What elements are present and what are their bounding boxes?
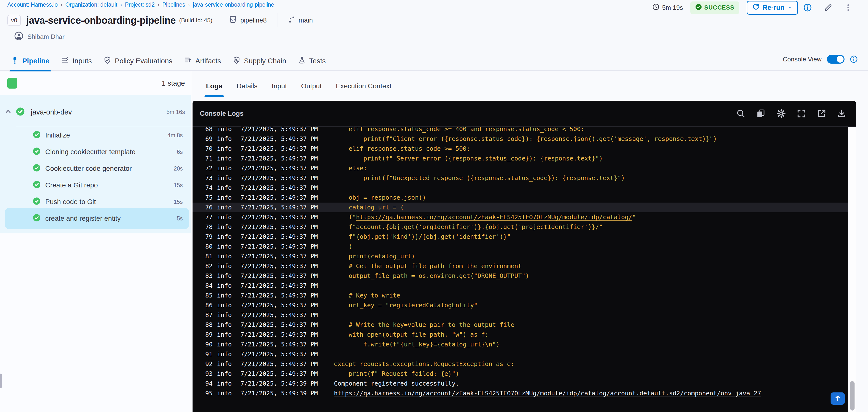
- log-timestamp: 7/21/2025, 5:49:37 PM: [241, 349, 334, 359]
- log-line-number: 74: [205, 183, 217, 193]
- log-line: 70info7/21/2025, 5:49:37 PM elif respons…: [192, 144, 848, 154]
- log-line: 81info7/21/2025, 5:49:37 PM print(catalo…: [192, 252, 848, 261]
- log-line-number: 90: [205, 340, 217, 349]
- log-line: 69info7/21/2025, 5:49:37 PM print(f"Clie…: [192, 134, 848, 144]
- info-icon[interactable]: [803, 3, 812, 12]
- log-message: print(f" Server error ({response.status_…: [334, 154, 848, 163]
- log-level: info: [217, 202, 241, 212]
- log-message: print(catalog_url): [334, 252, 848, 261]
- breadcrumb: Account: Harness.io›Organization: defaul…: [7, 1, 274, 8]
- download-icon[interactable]: [837, 108, 846, 119]
- breadcrumb-link[interactable]: Organization: default: [65, 1, 117, 8]
- search-icon[interactable]: [736, 108, 745, 119]
- success-check-icon: [33, 180, 41, 190]
- log-line: 88info7/21/2025, 5:49:37 PM # Write the …: [192, 320, 848, 330]
- tab-label: Tests: [309, 57, 326, 65]
- tab-inputs[interactable]: Inputs: [61, 56, 92, 66]
- rerun-button[interactable]: Re-run: [747, 1, 798, 15]
- log-line-number: 83: [205, 271, 217, 281]
- step-name: Create a Git repo: [45, 181, 98, 189]
- detail-tab-details[interactable]: Details: [237, 82, 258, 90]
- copy-icon[interactable]: [756, 108, 766, 119]
- sidebar-step[interactable]: Cloning cookiecutter template 6s: [0, 144, 191, 160]
- branch-ref[interactable]: main: [288, 15, 313, 25]
- sidebar-scroll-handle[interactable]: [0, 374, 2, 388]
- fullscreen-icon[interactable]: [797, 108, 806, 119]
- log-line: 80info7/21/2025, 5:49:37 PM ): [192, 242, 848, 252]
- log-link[interactable]: https://qa.harness.io/ng/account/zEaak-F…: [334, 390, 761, 397]
- log-line: 77info7/21/2025, 5:49:37 PM f"https://qa…: [192, 212, 848, 222]
- log-line-number: 68: [205, 127, 217, 134]
- success-check-icon: [33, 147, 41, 157]
- tab-pipeline[interactable]: Pipeline: [11, 56, 50, 66]
- log-text: ): [334, 243, 352, 250]
- stage-duration: 5m 16s: [166, 109, 185, 116]
- log-level: info: [217, 134, 241, 144]
- breadcrumb-link[interactable]: java-service-onboarding-pipeline: [193, 1, 274, 8]
- log-message: print(f"Client error ({response.status_c…: [334, 134, 848, 144]
- detail-tab-input[interactable]: Input: [272, 82, 287, 90]
- detail-tabs: LogsDetailsInputOutputExecution Context: [191, 71, 868, 101]
- log-text: obj = response.json(): [334, 194, 426, 201]
- log-line-number: 84: [205, 281, 217, 291]
- log-text: f.write(f"{url_key}={catalog_url}\n"): [334, 341, 500, 348]
- log-line-number: 76: [205, 202, 217, 212]
- chevron-up-icon[interactable]: [4, 108, 12, 116]
- scroll-to-top-button[interactable]: [831, 392, 845, 405]
- log-text: f"account.{obj.get('orgIdentifier')}.{ob…: [334, 223, 603, 230]
- policy-shield-icon: [103, 56, 111, 66]
- scrollbar-thumb[interactable]: [850, 381, 855, 411]
- pipeline-ref[interactable]: </> pipeline8: [228, 15, 267, 26]
- log-line-number: 89: [205, 330, 217, 340]
- sidebar-step[interactable]: Create a Git repo 15s: [0, 177, 191, 193]
- log-level: info: [217, 379, 241, 388]
- stage-header: 1 stage: [0, 71, 191, 95]
- breadcrumb-link[interactable]: Pipelines: [162, 1, 185, 8]
- svg-text:</>: </>: [231, 18, 235, 21]
- breadcrumb-link[interactable]: Account: Harness.io: [7, 1, 58, 8]
- breadcrumb-link[interactable]: Project: sd2: [125, 1, 155, 8]
- sidebar-step[interactable]: Cookiecutter code generator 20s: [0, 160, 191, 177]
- pipeline-execution-page: Account: Harness.io›Organization: defaul…: [0, 0, 868, 412]
- log-message: [334, 281, 848, 291]
- log-link[interactable]: https://qa.harness.io/ng/account/zEaak-F…: [356, 214, 632, 221]
- step-duration: 20s: [174, 165, 183, 172]
- open-in-new-icon[interactable]: [817, 108, 826, 119]
- log-message: f.write(f"{url_key}={catalog_url}\n"): [334, 340, 848, 349]
- log-level: info: [217, 310, 241, 320]
- tab-supply-chain[interactable]: Supply Chain: [232, 56, 286, 66]
- log-message: print(f" Request failed: {e}"): [334, 369, 848, 379]
- kebab-menu-icon[interactable]: [844, 3, 852, 12]
- sidebar-step[interactable]: Initialize 4m 8s: [0, 127, 191, 144]
- info-icon[interactable]: [850, 55, 858, 63]
- tab-label: Artifacts: [195, 57, 221, 65]
- stage-row[interactable]: java-onb-dev 5m 16s: [0, 95, 191, 127]
- log-line: 93info7/21/2025, 5:49:37 PM print(f" Req…: [192, 369, 848, 379]
- inputs-icon: [61, 56, 69, 66]
- settings-icon[interactable]: [776, 108, 786, 119]
- log-scroll-area[interactable]: 68info7/21/2025, 5:49:37 PM elif respons…: [192, 127, 848, 412]
- log-message: https://qa.harness.io/ng/account/zEaak-F…: [334, 388, 848, 398]
- log-text: catalog_url = (: [334, 204, 404, 211]
- console-view-toggle[interactable]: [827, 55, 844, 64]
- edit-pencil-icon[interactable]: [824, 3, 832, 12]
- log-text: else:: [334, 165, 367, 172]
- tab-tests[interactable]: Tests: [298, 56, 326, 66]
- console-scrollbar[interactable]: [848, 127, 856, 412]
- log-message: f"{obj.get('kind')}/{obj.get('identifier…: [334, 232, 848, 242]
- git-branch-icon: [288, 15, 296, 25]
- detail-tab-output[interactable]: Output: [301, 82, 322, 90]
- execution-meta: 5m 19s SUCCESS Re-run: [652, 1, 852, 14]
- tab-artifacts[interactable]: Artifacts: [184, 56, 221, 66]
- log-text: print(f"Client error ({response.status_c…: [334, 135, 717, 142]
- log-line: 85info7/21/2025, 5:49:37 PM # Key to wri…: [192, 291, 848, 300]
- detail-tab-execution-context[interactable]: Execution Context: [336, 82, 392, 90]
- sidebar-step[interactable]: Push code to Git 15s: [0, 193, 191, 210]
- log-level: info: [217, 349, 241, 359]
- log-line-number: 91: [205, 349, 217, 359]
- tab-policy-evaluations[interactable]: Policy Evaluations: [103, 56, 172, 66]
- sidebar-step[interactable]: create and register entity 5s: [0, 210, 191, 227]
- log-level: info: [217, 183, 241, 193]
- log-timestamp: 7/21/2025, 5:49:37 PM: [241, 310, 334, 320]
- detail-tab-logs[interactable]: Logs: [206, 82, 222, 90]
